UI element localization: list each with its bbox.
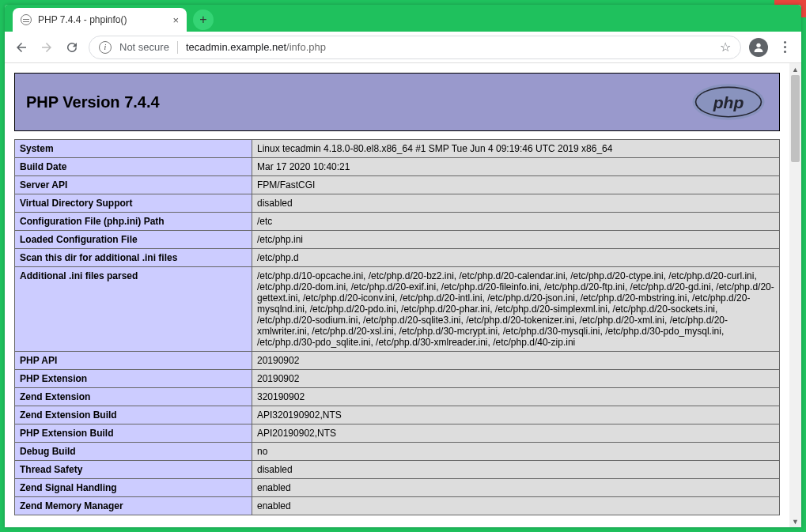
url-text: tecadmin.example.net/info.php — [186, 41, 326, 53]
table-row: Debug Buildno — [15, 443, 780, 461]
info-key: Build Date — [15, 158, 252, 176]
tab-title: PHP 7.4.4 - phpinfo() — [38, 14, 127, 25]
svg-point-4 — [756, 43, 760, 47]
new-tab-button[interactable]: + — [193, 9, 214, 30]
info-key: Zend Memory Manager — [15, 497, 252, 515]
browser-menu-button[interactable] — [776, 41, 793, 53]
info-value: disabled — [252, 194, 780, 213]
info-key: Loaded Configuration File — [15, 231, 252, 249]
table-row: SystemLinux tecadmin 4.18.0-80.el8.x86_6… — [15, 140, 780, 158]
info-key: Debug Build — [15, 443, 252, 461]
info-value: API20190902,NTS — [252, 424, 780, 443]
info-key: Zend Signal Handling — [15, 479, 252, 497]
table-row: Scan this dir for additional .ini files/… — [15, 249, 780, 267]
table-row: Zend Signal Handlingenabled — [15, 479, 780, 497]
browser-shell: PHP 7.4.4 - phpinfo() × + i Not secure t… — [5, 5, 801, 527]
info-value: /etc/php.d — [252, 249, 780, 267]
forward-button[interactable] — [38, 39, 55, 56]
table-row: Loaded Configuration File/etc/php.ini — [15, 231, 780, 249]
info-key: Scan this dir for additional .ini files — [15, 249, 252, 267]
url-host: tecadmin.example.net — [186, 41, 286, 53]
page-title: PHP Version 7.4.4 — [26, 93, 160, 111]
table-row: Build DateMar 17 2020 10:40:21 — [15, 158, 780, 176]
table-row: Server APIFPM/FastCGI — [15, 176, 780, 194]
info-key: Virtual Directory Support — [15, 194, 252, 213]
info-value: enabled — [252, 497, 780, 515]
site-info-icon[interactable]: i — [99, 41, 112, 54]
table-row: PHP API20190902 — [15, 352, 780, 370]
address-bar[interactable]: i Not secure tecadmin.example.net/info.p… — [89, 36, 741, 59]
info-value: /etc/php.d/10-opcache.ini, /etc/php.d/20… — [252, 267, 780, 352]
table-row: Configuration File (php.ini) Path/etc — [15, 213, 780, 231]
phpinfo-header: PHP Version 7.4.4 php — [14, 73, 780, 131]
info-key: Zend Extension Build — [15, 406, 252, 424]
table-row: Virtual Directory Supportdisabled — [15, 194, 780, 213]
separator — [177, 41, 178, 54]
table-row: Zend Extension320190902 — [15, 388, 780, 406]
scroll-up-button[interactable]: ▲ — [789, 63, 801, 75]
arrow-left-icon — [14, 40, 28, 55]
arrow-right-icon — [40, 40, 54, 55]
table-row: Thread Safetydisabled — [15, 461, 780, 479]
scroll-down-button[interactable]: ▼ — [789, 515, 801, 527]
phpinfo-table: SystemLinux tecadmin 4.18.0-80.el8.x86_6… — [14, 139, 780, 515]
info-key: Configuration File (php.ini) Path — [15, 213, 252, 231]
info-key: PHP Extension Build — [15, 424, 252, 443]
table-row: Zend Memory Managerenabled — [15, 497, 780, 515]
info-value: disabled — [252, 461, 780, 479]
info-value: no — [252, 443, 780, 461]
table-row: Zend Extension BuildAPI320190902,NTS — [15, 406, 780, 424]
info-value: enabled — [252, 479, 780, 497]
info-key: Server API — [15, 176, 252, 194]
viewport: PHP Version 7.4.4 php SystemLinux tecadm… — [5, 63, 801, 527]
url-path: /info.php — [286, 41, 326, 53]
info-key: PHP Extension — [15, 370, 252, 388]
bookmark-button[interactable]: ☆ — [720, 40, 731, 55]
info-value: 20190902 — [252, 370, 780, 388]
info-value: Mar 17 2020 10:40:21 — [252, 158, 780, 176]
info-value: 20190902 — [252, 352, 780, 370]
tab-close-button[interactable]: × — [172, 14, 179, 26]
svg-text:php: php — [713, 93, 744, 111]
tabstrip: PHP 7.4.4 - phpinfo() × + — [5, 5, 801, 32]
browser-tab[interactable]: PHP 7.4.4 - phpinfo() × — [13, 8, 187, 32]
vertical-scrollbar[interactable]: ▲ ▼ — [789, 63, 801, 527]
info-value: /etc/php.ini — [252, 231, 780, 249]
info-value: 320190902 — [252, 388, 780, 406]
info-key: Zend Extension — [15, 388, 252, 406]
globe-icon — [21, 14, 32, 25]
scroll-thumb[interactable] — [791, 75, 800, 162]
table-row: PHP Extension20190902 — [15, 370, 780, 388]
window-frame: PHP 7.4.4 - phpinfo() × + i Not secure t… — [0, 0, 806, 532]
info-key: PHP API — [15, 352, 252, 370]
info-value: Linux tecadmin 4.18.0-80.el8.x86_64 #1 S… — [252, 140, 780, 158]
profile-button[interactable] — [749, 38, 768, 57]
info-value: FPM/FastCGI — [252, 176, 780, 194]
php-logo: php — [689, 81, 768, 123]
info-key: Thread Safety — [15, 461, 252, 479]
toolbar: i Not secure tecadmin.example.net/info.p… — [5, 32, 801, 63]
info-value: API320190902,NTS — [252, 406, 780, 424]
reload-icon — [65, 40, 79, 55]
info-key: System — [15, 140, 252, 158]
page-content: PHP Version 7.4.4 php SystemLinux tecadm… — [5, 63, 789, 527]
table-row: Additional .ini files parsed/etc/php.d/1… — [15, 267, 780, 352]
not-secure-label: Not secure — [119, 41, 169, 53]
info-key: Additional .ini files parsed — [15, 267, 252, 352]
reload-button[interactable] — [63, 39, 81, 56]
info-value: /etc — [252, 213, 780, 231]
table-row: PHP Extension BuildAPI20190902,NTS — [15, 424, 780, 443]
back-button[interactable] — [13, 39, 30, 56]
person-icon — [752, 41, 765, 54]
